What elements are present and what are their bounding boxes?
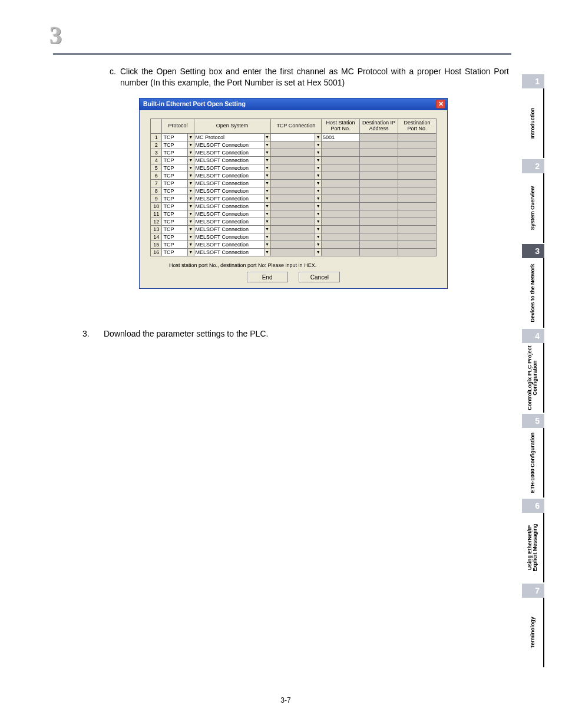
chapter-tab[interactable]: 3Devices to the Network <box>522 244 544 328</box>
protocol-cell[interactable]: TCP▼ <box>162 164 194 172</box>
cancel-button[interactable]: Cancel <box>299 272 340 282</box>
dropdown-arrow-icon[interactable]: ▼ <box>187 195 194 202</box>
dropdown-arrow-icon[interactable]: ▼ <box>264 226 270 233</box>
dropdown-arrow-icon[interactable]: ▼ <box>315 164 321 172</box>
dropdown-arrow-icon[interactable]: ▼ <box>315 233 321 241</box>
tcp-connection-cell[interactable]: ▼ <box>270 149 322 156</box>
open-system-cell[interactable]: MELSOFT Connection▼ <box>194 172 270 179</box>
open-system-cell[interactable]: MELSOFT Connection▼ <box>194 202 270 210</box>
tcp-connection-cell[interactable]: ▼ <box>270 179 322 187</box>
dropdown-arrow-icon[interactable]: ▼ <box>264 241 270 248</box>
dropdown-arrow-icon[interactable]: ▼ <box>187 241 194 248</box>
dropdown-arrow-icon[interactable]: ▼ <box>264 134 270 141</box>
open-system-cell[interactable]: MELSOFT Connection▼ <box>194 164 270 172</box>
dropdown-arrow-icon[interactable]: ▼ <box>315 218 321 225</box>
open-system-cell[interactable]: MELSOFT Connection▼ <box>194 179 270 187</box>
protocol-cell[interactable]: TCP▼ <box>162 141 194 149</box>
dropdown-arrow-icon[interactable]: ▼ <box>315 241 321 248</box>
tcp-connection-cell[interactable]: ▼ <box>270 133 322 141</box>
dropdown-arrow-icon[interactable]: ▼ <box>187 210 194 218</box>
dropdown-arrow-icon[interactable]: ▼ <box>187 203 194 210</box>
protocol-cell[interactable]: TCP▼ <box>162 241 194 248</box>
dropdown-arrow-icon[interactable]: ▼ <box>315 249 321 256</box>
open-system-cell[interactable]: MELSOFT Connection▼ <box>194 141 270 149</box>
dropdown-arrow-icon[interactable]: ▼ <box>315 203 321 210</box>
tcp-connection-cell[interactable]: ▼ <box>270 156 322 164</box>
dropdown-arrow-icon[interactable]: ▼ <box>315 226 321 233</box>
dropdown-arrow-icon[interactable]: ▼ <box>187 226 194 233</box>
dropdown-arrow-icon[interactable]: ▼ <box>315 172 321 179</box>
protocol-cell[interactable]: TCP▼ <box>162 149 194 156</box>
dropdown-arrow-icon[interactable]: ▼ <box>264 218 270 225</box>
dropdown-arrow-icon[interactable]: ▼ <box>187 187 194 195</box>
chapter-tab[interactable]: 1Introduction <box>522 74 544 158</box>
open-system-cell[interactable]: MELSOFT Connection▼ <box>194 195 270 202</box>
protocol-cell[interactable]: TCP▼ <box>162 225 194 233</box>
dropdown-arrow-icon[interactable]: ▼ <box>315 141 321 149</box>
tcp-connection-cell[interactable]: ▼ <box>270 202 322 210</box>
dropdown-arrow-icon[interactable]: ▼ <box>187 134 194 141</box>
chapter-tab[interactable]: 4ControlLogix PLC Project Configuration <box>522 329 544 413</box>
open-system-cell[interactable]: MELSOFT Connection▼ <box>194 149 270 156</box>
dropdown-arrow-icon[interactable]: ▼ <box>264 187 270 195</box>
open-system-cell[interactable]: MELSOFT Connection▼ <box>194 241 270 248</box>
protocol-cell[interactable]: TCP▼ <box>162 218 194 225</box>
protocol-cell[interactable]: TCP▼ <box>162 248 194 256</box>
protocol-cell[interactable]: TCP▼ <box>162 233 194 241</box>
dropdown-arrow-icon[interactable]: ▼ <box>264 164 270 172</box>
protocol-cell[interactable]: TCP▼ <box>162 172 194 179</box>
chapter-tab[interactable]: 6Using EtherNet/IP Explicit Messaging <box>522 499 544 582</box>
dropdown-arrow-icon[interactable]: ▼ <box>264 149 270 156</box>
tcp-connection-cell[interactable]: ▼ <box>270 241 322 248</box>
dropdown-arrow-icon[interactable]: ▼ <box>187 164 194 172</box>
dropdown-arrow-icon[interactable]: ▼ <box>315 195 321 202</box>
tcp-connection-cell[interactable]: ▼ <box>270 195 322 202</box>
dropdown-arrow-icon[interactable]: ▼ <box>315 157 321 164</box>
protocol-cell[interactable]: TCP▼ <box>162 156 194 164</box>
dropdown-arrow-icon[interactable]: ▼ <box>264 141 270 149</box>
dropdown-arrow-icon[interactable]: ▼ <box>187 218 194 225</box>
tcp-connection-cell[interactable]: ▼ <box>270 248 322 256</box>
dropdown-arrow-icon[interactable]: ▼ <box>264 203 270 210</box>
dropdown-arrow-icon[interactable]: ▼ <box>187 172 194 179</box>
dropdown-arrow-icon[interactable]: ▼ <box>315 134 321 141</box>
dropdown-arrow-icon[interactable]: ▼ <box>264 172 270 179</box>
open-system-cell[interactable]: MELSOFT Connection▼ <box>194 156 270 164</box>
dropdown-arrow-icon[interactable]: ▼ <box>315 180 321 187</box>
open-system-cell[interactable]: MC Protocol▼ <box>194 133 270 141</box>
open-system-cell[interactable]: MELSOFT Connection▼ <box>194 233 270 241</box>
dropdown-arrow-icon[interactable]: ▼ <box>264 210 270 218</box>
tcp-connection-cell[interactable]: ▼ <box>270 172 322 179</box>
host-port-cell[interactable]: 5001 <box>322 133 360 141</box>
chapter-tab[interactable]: 5ETH-1000 Configuration <box>522 414 544 498</box>
tcp-connection-cell[interactable]: ▼ <box>270 225 322 233</box>
open-system-cell[interactable]: MELSOFT Connection▼ <box>194 225 270 233</box>
protocol-cell[interactable]: TCP▼ <box>162 187 194 195</box>
protocol-cell[interactable]: TCP▼ <box>162 195 194 202</box>
dropdown-arrow-icon[interactable]: ▼ <box>315 210 321 218</box>
end-button[interactable]: End <box>247 272 288 282</box>
protocol-cell[interactable]: TCP▼ <box>162 202 194 210</box>
protocol-cell[interactable]: TCP▼ <box>162 179 194 187</box>
dropdown-arrow-icon[interactable]: ▼ <box>264 157 270 164</box>
dropdown-arrow-icon[interactable]: ▼ <box>315 187 321 195</box>
dropdown-arrow-icon[interactable]: ▼ <box>187 149 194 156</box>
tcp-connection-cell[interactable]: ▼ <box>270 141 322 149</box>
open-system-cell[interactable]: MELSOFT Connection▼ <box>194 187 270 195</box>
dropdown-arrow-icon[interactable]: ▼ <box>264 233 270 241</box>
open-system-cell[interactable]: MELSOFT Connection▼ <box>194 210 270 218</box>
dropdown-arrow-icon[interactable]: ▼ <box>264 249 270 256</box>
open-system-cell[interactable]: MELSOFT Connection▼ <box>194 218 270 225</box>
open-system-cell[interactable]: MELSOFT Connection▼ <box>194 248 270 256</box>
close-icon[interactable]: ✕ <box>436 100 445 108</box>
dropdown-arrow-icon[interactable]: ▼ <box>187 157 194 164</box>
dropdown-arrow-icon[interactable]: ▼ <box>264 180 270 187</box>
tcp-connection-cell[interactable]: ▼ <box>270 218 322 225</box>
tcp-connection-cell[interactable]: ▼ <box>270 233 322 241</box>
protocol-cell[interactable]: TCP▼ <box>162 133 194 141</box>
dropdown-arrow-icon[interactable]: ▼ <box>187 141 194 149</box>
protocol-cell[interactable]: TCP▼ <box>162 210 194 218</box>
tcp-connection-cell[interactable]: ▼ <box>270 164 322 172</box>
dropdown-arrow-icon[interactable]: ▼ <box>187 180 194 187</box>
dropdown-arrow-icon[interactable]: ▼ <box>264 195 270 202</box>
